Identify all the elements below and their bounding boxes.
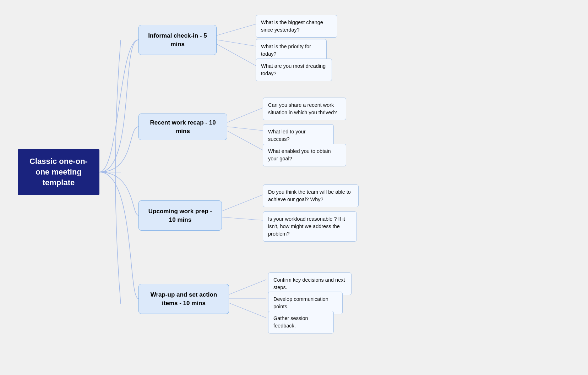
- branch-wrapup: Wrap-up and set action items - 10 mins: [138, 284, 229, 314]
- leaf-b3-1: Do you think the team will be able to ac…: [263, 184, 359, 207]
- svg-line-2: [217, 40, 256, 46]
- branch-recent-work-recap: Recent work recap - 10 mins: [138, 114, 227, 140]
- leaf-b1-1: What is the biggest change since yesterd…: [256, 15, 337, 38]
- svg-line-7: [222, 195, 263, 211]
- svg-line-5: [227, 127, 263, 131]
- branch-upcoming-work-prep: Upcoming work prep - 10 mins: [138, 200, 222, 231]
- svg-line-3: [217, 44, 256, 66]
- branch-informal-checkin: Informal check-in - 5 mins: [138, 25, 217, 55]
- svg-line-1: [217, 24, 256, 35]
- mind-map-canvas: Classic one-on-one meeting template Info…: [0, 0, 588, 375]
- svg-line-4: [227, 108, 263, 122]
- leaf-b2-1: Can you share a recent work situation in…: [263, 98, 346, 120]
- svg-line-11: [229, 303, 266, 318]
- svg-line-6: [227, 131, 263, 150]
- leaf-b1-3: What are you most dreading today?: [256, 59, 332, 81]
- svg-line-8: [222, 217, 263, 220]
- leaf-b3-2: Is your workload reasonable ? If it isn'…: [263, 211, 357, 242]
- leaf-b2-3: What enabled you to obtain your goal?: [263, 144, 346, 166]
- leaf-b4-3: Gather session feedback.: [268, 311, 334, 333]
- root-node: Classic one-on-one meeting template: [18, 149, 99, 195]
- svg-line-9: [229, 280, 266, 294]
